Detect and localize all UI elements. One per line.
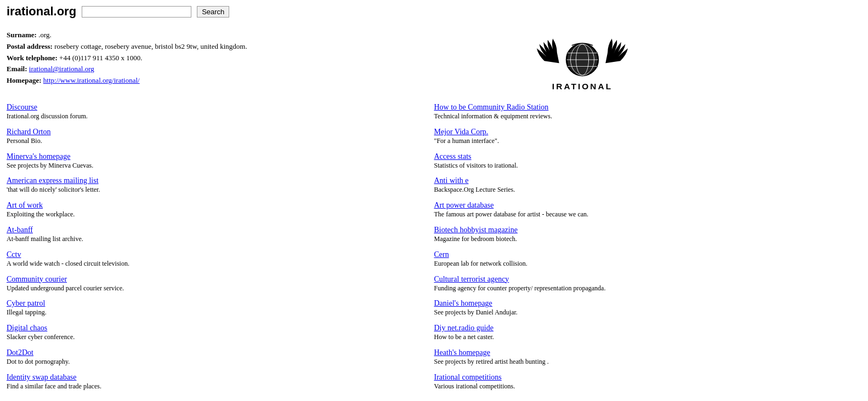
info-section: Surname: .org. Postal address: rosebery … <box>7 30 303 87</box>
left-link-2[interactable]: Minerva's homepage <box>7 152 70 161</box>
right-link-5[interactable]: Biotech hobbyist magazine <box>434 226 518 234</box>
work-value: +44 (0)117 911 4350 x 1000. <box>58 54 143 62</box>
right-link-3[interactable]: Anti with e <box>434 176 469 185</box>
right-link-8[interactable]: Daniel's homepage <box>434 299 492 307</box>
right-desc-7: Funding agency for counter property/ rep… <box>434 284 851 293</box>
list-item: CernEuropean lab for network collision. <box>434 250 851 268</box>
right-desc-11: Various irational competitions. <box>434 382 851 391</box>
right-desc-2: Statistics of visitors to irational. <box>434 161 851 170</box>
right-desc-4: The famous art power database for artist… <box>434 210 851 219</box>
list-item: Dot2DotDot to dot pornography. <box>7 348 423 366</box>
list-item: Art power databaseThe famous art power d… <box>434 201 851 219</box>
left-desc-9: Slacker cyber conference. <box>7 333 423 342</box>
left-link-6[interactable]: Cctv <box>7 250 21 259</box>
email-link[interactable]: irational@irational.org <box>29 65 94 73</box>
list-item: Daniel's homepageSee projects by Daniel … <box>434 299 851 317</box>
list-item: Heath's homepageSee projects by retired … <box>434 348 851 366</box>
list-item: Irational competitionsVarious irational … <box>434 373 851 391</box>
left-desc-0: Irational.org discussion forum. <box>7 112 423 121</box>
search-button[interactable]: Search <box>197 6 229 18</box>
list-item: Mejor Vida Corp."For a human interface". <box>434 128 851 146</box>
postal-label: Postal address: <box>7 42 53 50</box>
site-title: irational.org <box>7 4 76 19</box>
left-desc-8: Illegal tapping. <box>7 308 423 317</box>
list-item: Community courierUpdated underground par… <box>7 275 423 293</box>
left-link-4[interactable]: Art of work <box>7 201 43 209</box>
list-item: DiscourseIrational.org discussion forum. <box>7 103 423 121</box>
list-item: Identity swap databaseFind a similar fac… <box>7 373 423 391</box>
left-link-8[interactable]: Cyber patrol <box>7 299 45 307</box>
homepage-link[interactable]: http://www.irational.org/irational/ <box>43 76 140 84</box>
svg-text:IRATIONAL: IRATIONAL <box>552 82 612 91</box>
right-desc-10: See projects by retired artist heath bun… <box>434 357 851 366</box>
logo-block: IRATIONAL <box>303 30 861 98</box>
left-desc-5: At-banff mailing list archive. <box>7 234 423 244</box>
left-link-7[interactable]: Community courier <box>7 275 67 283</box>
irational-logo: IRATIONAL <box>527 38 637 95</box>
left-desc-11: Find a similar face and trade places. <box>7 382 423 391</box>
right-desc-5: Magazine for bedroom biotech. <box>434 234 851 244</box>
homepage-label: Homepage: <box>7 76 42 84</box>
right-link-1[interactable]: Mejor Vida Corp. <box>434 128 489 136</box>
left-link-0[interactable]: Discourse <box>7 103 37 111</box>
right-desc-1: "For a human interface". <box>434 136 851 146</box>
right-link-7[interactable]: Cultural terrorist agency <box>434 275 509 283</box>
left-column: DiscourseIrational.org discussion forum.… <box>7 103 434 398</box>
list-item: Diy net.radio guideHow to be a net caste… <box>434 324 851 342</box>
right-link-6[interactable]: Cern <box>434 250 449 259</box>
right-desc-8: See projects by Daniel Andujar. <box>434 308 851 317</box>
list-item: Anti with eBackspace.Org Lecture Series. <box>434 176 851 194</box>
surname-value: .org. <box>37 31 52 39</box>
list-item: Cultural terrorist agencyFunding agency … <box>434 275 851 293</box>
left-desc-2: See projects by Minerva Cuevas. <box>7 161 423 170</box>
left-link-9[interactable]: Digital chaos <box>7 324 47 332</box>
left-link-10[interactable]: Dot2Dot <box>7 348 33 357</box>
main-content: DiscourseIrational.org discussion forum.… <box>7 103 861 398</box>
list-item: At-banffAt-banff mailing list archive. <box>7 226 423 244</box>
search-input[interactable] <box>82 6 191 18</box>
list-item: Richard OrtonPersonal Bio. <box>7 128 423 146</box>
right-desc-0: Technical information & equipment review… <box>434 112 851 121</box>
list-item: Minerva's homepageSee projects by Minerv… <box>7 152 423 170</box>
right-desc-6: European lab for network collision. <box>434 259 851 268</box>
left-desc-10: Dot to dot pornography. <box>7 357 423 366</box>
right-link-2[interactable]: Access stats <box>434 152 472 161</box>
list-item: Cyber patrolIllegal tapping. <box>7 299 423 317</box>
surname-label: Surname: <box>7 31 37 39</box>
right-link-11[interactable]: Irational competitions <box>434 373 502 381</box>
left-desc-4: Exploiting the workplace. <box>7 210 423 219</box>
right-desc-9: How to be a net caster. <box>434 333 851 342</box>
postal-value: rosebery cottage, rosebery avenue, brist… <box>53 42 247 50</box>
list-item: Biotech hobbyist magazineMagazine for be… <box>434 226 851 244</box>
left-link-5[interactable]: At-banff <box>7 226 33 234</box>
left-link-11[interactable]: Identity swap database <box>7 373 77 381</box>
list-item: American express mailing list'that will … <box>7 176 423 194</box>
work-label: Work telephone: <box>7 54 58 62</box>
right-desc-3: Backspace.Org Lecture Series. <box>434 185 851 194</box>
list-item: Digital chaosSlacker cyber conference. <box>7 324 423 342</box>
right-column: How to be Community Radio StationTechnic… <box>434 103 862 398</box>
left-link-1[interactable]: Richard Orton <box>7 128 50 136</box>
right-link-10[interactable]: Heath's homepage <box>434 348 490 357</box>
email-label: Email: <box>7 65 27 73</box>
list-item: CctvA world wide watch - closed circuit … <box>7 250 423 268</box>
left-desc-7: Updated underground parcel courier servi… <box>7 284 423 293</box>
left-desc-3: 'that will do nicely' solicitor's letter… <box>7 185 423 194</box>
right-link-4[interactable]: Art power database <box>434 201 494 209</box>
list-item: Access statsStatistics of visitors to ir… <box>434 152 851 170</box>
left-desc-6: A world wide watch - closed circuit tele… <box>7 259 423 268</box>
left-desc-1: Personal Bio. <box>7 136 423 146</box>
right-link-0[interactable]: How to be Community Radio Station <box>434 103 549 111</box>
right-link-9[interactable]: Diy net.radio guide <box>434 324 493 332</box>
list-item: How to be Community Radio StationTechnic… <box>434 103 851 121</box>
list-item: Art of workExploiting the workplace. <box>7 201 423 219</box>
left-link-3[interactable]: American express mailing list <box>7 176 99 185</box>
